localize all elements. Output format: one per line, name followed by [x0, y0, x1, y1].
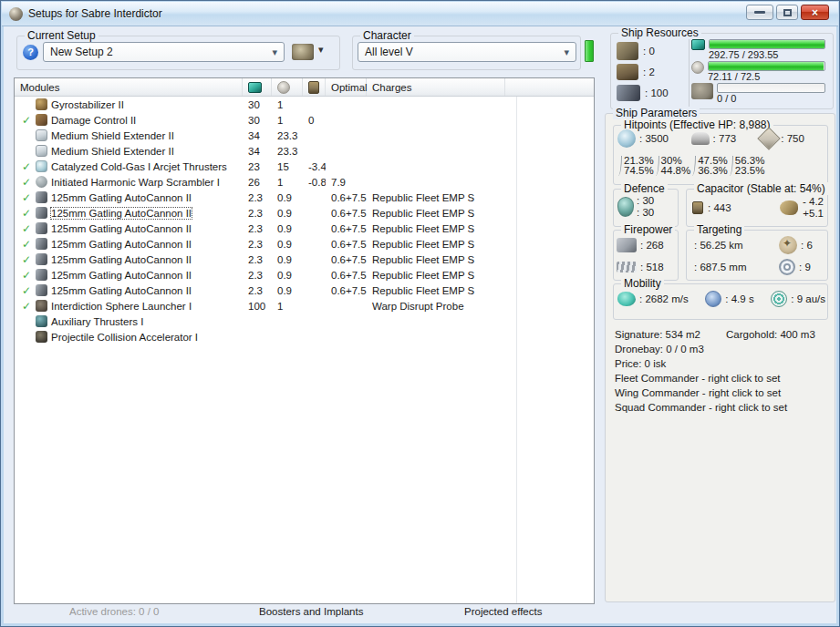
module-charges: Warp Disrupt Probe [367, 301, 505, 312]
module-cpu: 2.3 [243, 192, 272, 203]
firepower-items: : 268: 518 [617, 234, 664, 278]
setup-select[interactable]: New Setup 2 ▾ [43, 42, 285, 62]
table-row[interactable]: ✓125mm Gatling AutoCannon II2.30.90.6+7.… [15, 236, 594, 252]
firepower-stat: : 518 [617, 256, 664, 278]
table-row[interactable]: Medium Shield Extender II3423.3 [15, 143, 594, 159]
table-row[interactable]: ✓125mm Gatling AutoCannon II2.30.90.6+7.… [15, 283, 594, 298]
minimize-button[interactable] [746, 5, 773, 20]
ship-resources-label: Ship Resources [618, 26, 701, 39]
table-row[interactable]: Projectile Collision Accelerator I [15, 329, 594, 344]
setup-tools-caret-icon[interactable]: ▾ [318, 44, 324, 56]
module-name-cell: ✓125mm Gatling AutoCannon II [15, 207, 243, 220]
resist-separator [617, 156, 622, 176]
table-row[interactable]: ✓Catalyzed Cold-Gas I Arcjet Thrusters23… [15, 159, 594, 174]
table-row[interactable]: Medium Shield Extender II3423.3 [15, 128, 594, 143]
table-row[interactable]: ✓Damage Control II3010 [15, 112, 594, 128]
col-optimal[interactable]: Optimal [326, 78, 367, 96]
active-check-icon: ✓ [22, 176, 36, 189]
dronebay-icon [691, 83, 713, 99]
shield-extender-icon [36, 145, 47, 157]
hp-value: : 773 [713, 133, 737, 144]
table-row[interactable]: ✓Interdiction Sphere Launcher I1001Warp … [15, 298, 594, 314]
autocannon-icon [36, 284, 47, 296]
table-divider [516, 97, 517, 603]
col-charges[interactable]: Charges [367, 78, 505, 96]
module-pg: 0.9 [272, 254, 303, 265]
hp-values: : 3500: 773: 750 [617, 129, 825, 148]
progress-bar [717, 83, 825, 93]
max-targets-icon [779, 236, 797, 254]
calibration-icon [617, 85, 640, 101]
resource-bar-value: 0 / 0 [717, 93, 825, 104]
module-pg: 1 [272, 301, 303, 312]
targeting-stat: : 6 [779, 234, 825, 256]
hardpoint-slots: : 0: 2: 100 [615, 39, 690, 107]
table-row[interactable]: ✓125mm Gatling AutoCannon II2.30.90.6+7.… [15, 205, 594, 221]
defence-label: Defence [621, 182, 668, 195]
col-cpu[interactable] [243, 78, 272, 96]
table-row[interactable]: ✓125mm Gatling AutoCannon II2.30.90.6+7.… [15, 190, 594, 205]
module-cpu: 26 [243, 177, 272, 188]
module-cpu: 2.3 [243, 254, 272, 265]
table-row[interactable]: ✓125mm Gatling AutoCannon II2.30.90.6+7.… [15, 267, 594, 283]
gyrostabilizer-icon [36, 98, 47, 110]
active-drones-label[interactable]: Active drones: 0 / 0 [69, 606, 159, 617]
col-blank[interactable] [505, 78, 594, 96]
slot-stat: : 100 [615, 82, 689, 103]
table-row[interactable]: Gyrostabilizer II301 [15, 97, 594, 112]
module-cpu: 23 [243, 161, 272, 172]
table-row[interactable]: ✓125mm Gatling AutoCannon II2.30.90.6+7.… [15, 252, 594, 267]
maximize-button[interactable] [776, 5, 798, 20]
titlebar[interactable]: Setups for Sabre Interdictor × [2, 2, 838, 26]
mobility-value: : 4.9 s [725, 293, 753, 304]
damage-control-icon [36, 114, 47, 126]
active-check-icon: ✓ [22, 269, 36, 282]
module-cpu: 2.3 [243, 208, 272, 219]
module-cpu: 100 [243, 301, 272, 312]
help-icon[interactable]: ? [23, 45, 38, 60]
module-pg: 0.9 [272, 239, 303, 250]
squad-commander-slot[interactable]: Squad Commander - right click to set [615, 402, 829, 416]
table-row[interactable]: ✓Initiated Harmonic Warp Scrambler I261-… [15, 174, 594, 190]
table-row[interactable]: Auxiliary Thrusters I [15, 314, 594, 329]
autocannon-icon [36, 222, 47, 234]
projected-effects-expander[interactable]: Projected effects [464, 606, 542, 617]
module-name-cell: ✓125mm Gatling AutoCannon II [15, 238, 243, 251]
modules-table: Modules Optimal Charges Gyrostabilizer I… [14, 77, 595, 604]
module-name-cell: ✓125mm Gatling AutoCannon II [15, 253, 243, 266]
resource-bar-row: 0 / 0 [691, 83, 825, 105]
modules-table-header[interactable]: Modules Optimal Charges [15, 78, 594, 97]
module-cpu: 30 [243, 99, 272, 110]
hp-stat: : 750 [761, 130, 825, 147]
module-rows: Gyrostabilizer II301✓Damage Control II30… [15, 97, 594, 603]
active-check-icon: ✓ [22, 160, 36, 173]
table-row[interactable]: ✓125mm Gatling AutoCannon II2.30.90.6+7.… [15, 221, 594, 236]
character-label: Character [360, 29, 414, 42]
col-powergrid[interactable] [272, 78, 303, 96]
col-modules[interactable]: Modules [15, 78, 243, 96]
fleet-commander-slot[interactable]: Fleet Commander - right click to set [615, 373, 829, 387]
chevron-down-icon: ▾ [564, 46, 569, 58]
targeting-value: : 9 [799, 262, 811, 272]
character-select[interactable]: All level V ▾ [358, 42, 576, 62]
module-name: Damage Control II [51, 115, 136, 126]
close-button[interactable]: × [801, 5, 829, 20]
module-cap: -0.8 [303, 177, 326, 188]
targeting-items: : 56.25 km: 6: 687.5 mm: 9 [690, 234, 825, 278]
module-charges: Republic Fleet EMP S [367, 270, 505, 281]
resist-values: 47.5%36.3% [698, 156, 728, 176]
minimize-icon [754, 11, 765, 14]
col-capacitor[interactable] [303, 78, 326, 96]
resource-bar-row: 72.11 / 72.5 [691, 61, 825, 83]
cap-delta-icon [780, 200, 798, 215]
module-optimal: 0.6+7.5 [326, 285, 367, 296]
slot-value: : 0 [643, 46, 655, 57]
capacitor-icon [692, 201, 703, 214]
wing-commander-slot[interactable]: Wing Commander - right click to set [615, 387, 829, 402]
boosters-implants-expander[interactable]: Boosters and Implants [259, 606, 363, 617]
dronebay-value: Dronebay: 0 / 0 m3 [615, 344, 829, 358]
module-charges: Republic Fleet EMP S [367, 223, 505, 234]
module-name: Medium Shield Extender II [51, 130, 174, 141]
resist-values: 56.3%23.5% [735, 156, 765, 176]
setup-tools-button[interactable] [292, 44, 314, 60]
